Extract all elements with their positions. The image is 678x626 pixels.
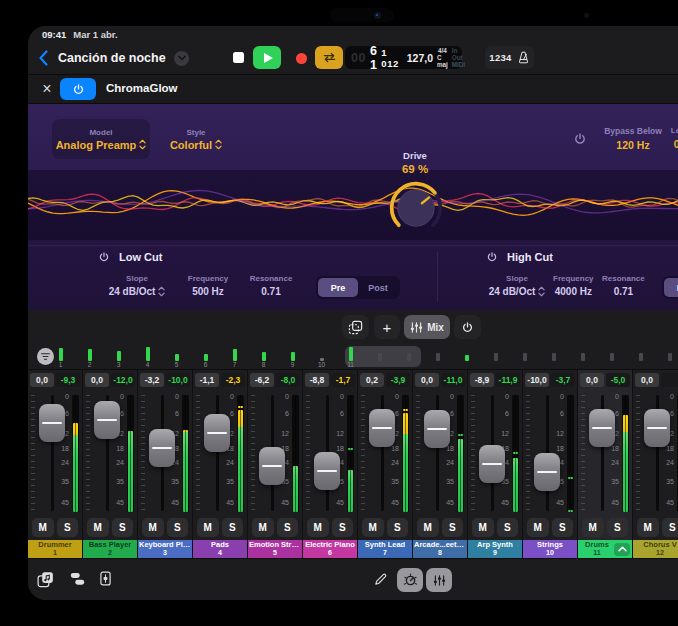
- track-name-cell[interactable]: Pads4: [193, 540, 247, 558]
- cycle-button[interactable]: [315, 46, 343, 69]
- mute-button[interactable]: M: [417, 518, 439, 537]
- track-name-cell[interactable]: Drums11: [578, 540, 632, 558]
- fader-db-badge[interactable]: -6,2: [250, 373, 274, 387]
- fader-db-badge[interactable]: -8,8: [305, 373, 329, 387]
- mix-button[interactable]: Mix: [404, 315, 450, 339]
- song-menu-chevron-icon[interactable]: [174, 51, 189, 66]
- mute-button[interactable]: M: [637, 518, 659, 537]
- volume-fader-handle[interactable]: [534, 453, 560, 491]
- volume-fader-handle[interactable]: [314, 452, 340, 490]
- pencil-icon[interactable]: [373, 572, 388, 587]
- solo-button[interactable]: S: [662, 518, 678, 537]
- mixer-view-button[interactable]: [426, 568, 452, 592]
- plugin-power-button[interactable]: [60, 78, 96, 100]
- fader-db-badge[interactable]: 0,0: [580, 373, 604, 387]
- fader-db-badge[interactable]: 0,0: [415, 373, 439, 387]
- smart-controls-button[interactable]: [397, 568, 423, 592]
- mute-button[interactable]: M: [32, 518, 54, 537]
- close-icon[interactable]: ×: [38, 79, 56, 99]
- track-name-cell[interactable]: Strings10: [523, 540, 577, 558]
- mute-button[interactable]: M: [362, 518, 384, 537]
- fader-db-badge[interactable]: -10,0: [525, 373, 549, 387]
- track-name-cell[interactable]: Emotion Strings5: [248, 540, 302, 558]
- volume-fader-handle[interactable]: [479, 445, 505, 483]
- mute-button[interactable]: M: [307, 518, 329, 537]
- fader-db-badge[interactable]: 0,0: [85, 373, 109, 387]
- post-button[interactable]: Post: [358, 278, 398, 297]
- track-name-cell[interactable]: Arcade...eet Pad8: [413, 540, 467, 558]
- volume-fader-handle[interactable]: [424, 410, 450, 448]
- pre-button[interactable]: Pre: [664, 278, 678, 297]
- mute-button[interactable]: M: [87, 518, 109, 537]
- track-name-cell[interactable]: Arp Synth9: [468, 540, 522, 558]
- solo-button[interactable]: S: [277, 518, 299, 537]
- drive-knob[interactable]: [388, 180, 444, 236]
- solo-button[interactable]: S: [497, 518, 519, 537]
- solo-button[interactable]: S: [332, 518, 354, 537]
- record-button[interactable]: [290, 47, 312, 69]
- track-name-cell[interactable]: Synth Lead7: [358, 540, 412, 558]
- track-name: Chorus V: [643, 541, 676, 550]
- track-name-cell[interactable]: Chorus V12: [633, 540, 678, 558]
- pre-button[interactable]: Pre: [318, 278, 358, 297]
- mute-button[interactable]: M: [197, 518, 219, 537]
- volume-fader-handle[interactable]: [589, 409, 615, 447]
- high-cut-slope[interactable]: Slope 24 dB/Oct: [486, 274, 548, 297]
- song-title[interactable]: Canción de noche: [58, 51, 166, 65]
- loops-browser-icon[interactable]: [37, 571, 54, 588]
- volume-fader-handle[interactable]: [149, 429, 175, 467]
- plugins-icon[interactable]: [70, 572, 85, 586]
- volume-fader-handle[interactable]: [644, 409, 670, 447]
- track-name-cell[interactable]: Keyboard Player3: [138, 540, 192, 558]
- mute-button[interactable]: M: [582, 518, 604, 537]
- channel-strip-icon[interactable]: [100, 571, 111, 586]
- high-cut-resonance[interactable]: Resonance 0.71: [599, 274, 648, 297]
- play-button[interactable]: [253, 46, 281, 69]
- solo-button[interactable]: S: [552, 518, 574, 537]
- regions-icon[interactable]: [342, 315, 369, 339]
- solo-button[interactable]: S: [57, 518, 79, 537]
- solo-button[interactable]: S: [222, 518, 244, 537]
- track-name-cell[interactable]: Drummer1: [28, 540, 82, 558]
- volume-fader-handle[interactable]: [259, 447, 285, 485]
- mixer-power-button[interactable]: [454, 315, 481, 339]
- solo-button[interactable]: S: [607, 518, 629, 537]
- volume-fader-handle[interactable]: [94, 401, 120, 439]
- solo-button[interactable]: S: [112, 518, 134, 537]
- mute-button[interactable]: M: [527, 518, 549, 537]
- style-selector[interactable]: Style Colorful: [156, 119, 236, 159]
- count-in-button[interactable]: 1234: [489, 52, 511, 63]
- high-cut-power-icon[interactable]: [486, 251, 498, 263]
- lcd-display[interactable]: 00 6 1 1 012 127,0 4/4 C maj In Out MIDI: [345, 46, 462, 69]
- low-cut-power-icon[interactable]: [98, 251, 110, 263]
- low-cut-resonance[interactable]: Resonance 0.71: [240, 274, 302, 297]
- solo-button[interactable]: S: [167, 518, 189, 537]
- fader-db-badge[interactable]: -3,2: [140, 373, 164, 387]
- model-selector[interactable]: Model Analog Preamp: [52, 119, 150, 159]
- level-control[interactable]: Level 0.0: [658, 126, 678, 150]
- volume-fader-handle[interactable]: [39, 404, 65, 442]
- track-name-cell[interactable]: Bass Player2: [83, 540, 137, 558]
- low-cut-slope[interactable]: Slope 24 dB/Oct: [98, 274, 176, 297]
- add-track-button[interactable]: +: [374, 315, 400, 339]
- high-cut-frequency[interactable]: Frequency 4000 Hz: [548, 274, 599, 297]
- back-chevron-icon[interactable]: [38, 50, 50, 66]
- solo-button[interactable]: S: [387, 518, 409, 537]
- low-cut-frequency[interactable]: Frequency 500 Hz: [176, 274, 240, 297]
- mute-button[interactable]: M: [252, 518, 274, 537]
- chevron-up-icon[interactable]: [614, 543, 630, 556]
- solo-button[interactable]: S: [442, 518, 464, 537]
- fader-db-badge[interactable]: 0,0: [30, 373, 54, 387]
- metronome-icon[interactable]: [517, 51, 530, 64]
- fader-db-badge[interactable]: -1,1: [195, 373, 219, 387]
- volume-fader-handle[interactable]: [369, 409, 395, 447]
- count-in-group[interactable]: 1234: [485, 46, 534, 69]
- fader-db-badge[interactable]: 0,2: [360, 373, 384, 387]
- mute-button[interactable]: M: [142, 518, 164, 537]
- mute-button[interactable]: M: [472, 518, 494, 537]
- stop-button[interactable]: [233, 52, 244, 63]
- track-name-cell[interactable]: Electric Piano6: [303, 540, 357, 558]
- volume-fader-handle[interactable]: [204, 414, 230, 452]
- fader-db-badge[interactable]: 0,0: [635, 373, 659, 387]
- fader-db-badge[interactable]: -8,9: [470, 373, 494, 387]
